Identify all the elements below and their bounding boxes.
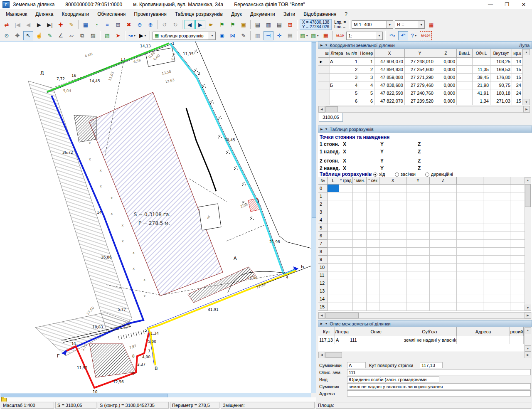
red-pointer-icon[interactable]: ➤: [113, 31, 123, 40]
neighbors-input[interactable]: [347, 362, 366, 368]
area-edit-icon[interactable]: ▨▼: [299, 31, 309, 40]
chevron-down-icon[interactable]: ▼: [305, 34, 308, 37]
join-icon[interactable]: ⋈: [228, 31, 238, 40]
columns-icon[interactable]: ▥: [253, 31, 263, 40]
grid-cell[interactable]: [367, 248, 379, 256]
grid-cell[interactable]: [328, 185, 339, 192]
grid-cell[interactable]: [510, 287, 526, 295]
grid-cell[interactable]: [483, 200, 510, 208]
coords-cell[interactable]: 6: [344, 97, 359, 105]
grid-cell[interactable]: [457, 256, 483, 264]
scroll-up-icon[interactable]: ▲: [525, 327, 531, 333]
chevron-down-icon[interactable]: ▼: [316, 34, 319, 37]
scale-m10-icon[interactable]: М:10: [335, 31, 345, 40]
radio-label-засічки[interactable]: засічки: [401, 172, 416, 177]
scroll-right-icon[interactable]: ▶: [525, 352, 531, 358]
calc-sheet-icon[interactable]: ⊞: [113, 20, 123, 29]
grid-cell[interactable]: [328, 256, 339, 264]
grid-cell[interactable]: [339, 224, 353, 232]
rotate-select-icon[interactable]: ↶: [398, 31, 408, 40]
angle-tool-icon[interactable]: ∠: [56, 31, 66, 40]
coords-cell[interactable]: 27 239,520: [405, 97, 435, 105]
grid-cell[interactable]: [406, 256, 430, 264]
grid-cell[interactable]: [339, 287, 353, 295]
grid-cell[interactable]: [430, 192, 457, 200]
minimize-icon[interactable]: —: [482, 0, 499, 9]
grid-cell[interactable]: [483, 248, 510, 256]
grid-cell[interactable]: [328, 287, 339, 295]
borders-hscrollbar[interactable]: [318, 352, 531, 358]
grid-cell[interactable]: [379, 248, 406, 256]
grid-cell[interactable]: [367, 264, 379, 271]
grid-cell[interactable]: [483, 279, 510, 287]
grid-cell[interactable]: [328, 295, 339, 303]
calculator-icon[interactable]: ▦: [426, 20, 436, 29]
coords-cell[interactable]: 1: [359, 58, 374, 66]
grid-cell[interactable]: [457, 216, 483, 224]
borders-hscroll-thumb[interactable]: [325, 352, 342, 358]
restore-icon[interactable]: ❐: [499, 0, 515, 9]
coords-cell[interactable]: 27 254,600: [405, 66, 435, 74]
grid-cell[interactable]: [406, 216, 430, 224]
edit-sheet-icon[interactable]: ✎: [66, 20, 76, 29]
prev-record-icon[interactable]: ◀: [23, 20, 33, 29]
borders-cell[interactable]: А: [335, 336, 349, 344]
coords-cell[interactable]: А: [330, 58, 344, 66]
measure-icon[interactable]: ▱: [66, 31, 76, 40]
menu-item-8[interactable]: Документи: [246, 10, 279, 18]
grid-cell[interactable]: [483, 192, 510, 200]
coords-cell[interactable]: 47 904,070: [374, 58, 405, 66]
zoom-out-icon[interactable]: ⊖: [135, 20, 145, 29]
scroll-down-icon[interactable]: ▼: [525, 345, 531, 352]
grid-cell[interactable]: [339, 271, 353, 279]
coords-cell[interactable]: 3: [344, 74, 359, 81]
menu-item-4[interactable]: Обчислення: [93, 10, 130, 18]
coords-cell[interactable]: 47 838,680: [374, 81, 405, 89]
scroll-left-icon[interactable]: ◀: [318, 312, 325, 319]
coords-cell[interactable]: 15: [512, 66, 523, 74]
page-left-icon[interactable]: ◀: [185, 20, 195, 29]
grid-cell[interactable]: [367, 185, 379, 192]
plot-frame-icon[interactable]: ⊞: [285, 20, 295, 29]
grid-cell[interactable]: [328, 303, 339, 311]
expand-arrow-icon[interactable]: ▶: [320, 128, 323, 131]
menu-item-3[interactable]: Координати: [57, 10, 93, 18]
expand-arrow-icon[interactable]: ▶: [320, 44, 323, 47]
menu-item-5[interactable]: Проектування: [130, 10, 170, 18]
coords-cell[interactable]: 169,53: [490, 66, 512, 74]
grid-cell[interactable]: [457, 208, 483, 216]
grid-cell[interactable]: [483, 264, 510, 271]
grid-cell[interactable]: [328, 200, 339, 208]
grid-cell[interactable]: [510, 185, 526, 192]
coords-cell[interactable]: 1,34: [473, 97, 490, 105]
coords-cell[interactable]: 1: [344, 58, 359, 66]
grid-cell[interactable]: [379, 216, 406, 224]
help-pick-icon[interactable]: ?▼: [409, 31, 419, 40]
grid-cell[interactable]: [353, 224, 367, 232]
chevron-down-icon[interactable]: ▼: [144, 34, 147, 37]
next-record-icon[interactable]: ▶: [34, 20, 44, 29]
coords-cell[interactable]: 39,45: [473, 74, 490, 81]
chevron-down-icon[interactable]: ▼: [133, 34, 136, 37]
grid-cell[interactable]: [510, 279, 526, 287]
coords-cell[interactable]: 2: [344, 66, 359, 74]
grid-cell[interactable]: [430, 271, 457, 279]
doc-table-icon[interactable]: ▥: [264, 20, 273, 29]
calc-panel-header[interactable]: ▶ ▼ Таблиця розрахунків: [318, 126, 532, 133]
grid-cell[interactable]: [328, 224, 339, 232]
borders-cell[interactable]: [510, 336, 524, 344]
grid-cell[interactable]: [430, 240, 457, 248]
grid-cell[interactable]: [457, 279, 483, 287]
coords-cell[interactable]: 41,91: [473, 89, 490, 97]
grid-cell[interactable]: [367, 287, 379, 295]
grid-cell[interactable]: [483, 216, 510, 224]
grid-cell[interactable]: [353, 295, 367, 303]
redo-icon[interactable]: ↻: [170, 20, 180, 29]
coords-cell[interactable]: 5: [344, 89, 359, 97]
grid-cell[interactable]: [339, 200, 353, 208]
grid-cell[interactable]: [339, 264, 353, 271]
digitize-icon[interactable]: ✎: [45, 31, 55, 40]
grid-cell[interactable]: [367, 303, 379, 311]
grid-cell[interactable]: [510, 271, 526, 279]
grid-cell[interactable]: [510, 192, 526, 200]
